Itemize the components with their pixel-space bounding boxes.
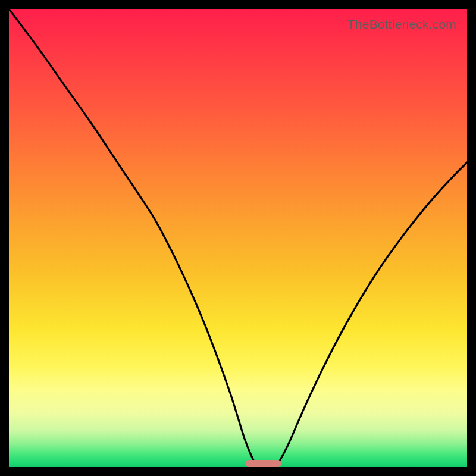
bottom-pill-marker xyxy=(245,460,282,467)
curve-right-branch xyxy=(279,162,467,462)
watermark-text: TheBottleneck.com xyxy=(347,17,456,32)
plot-area: TheBottleneck.com xyxy=(9,9,467,467)
bottleneck-curve xyxy=(9,9,467,467)
chart-frame: TheBottleneck.com xyxy=(0,0,476,476)
curve-left-branch xyxy=(9,9,254,462)
